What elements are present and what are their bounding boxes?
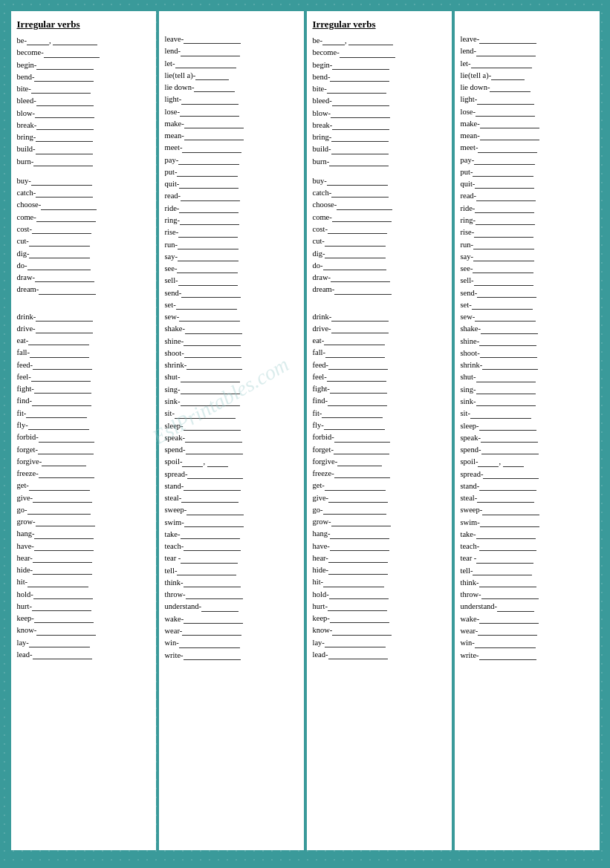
verb-item: keep-: [17, 613, 150, 624]
verb-item: know-: [17, 624, 150, 636]
verb-item: sit-: [461, 408, 594, 420]
verb-item: hear-: [313, 552, 446, 564]
verb-item: shoot-: [165, 347, 298, 359]
verb-item: find-: [313, 395, 446, 407]
verb-item: leave-: [165, 33, 298, 45]
verb-item: sweep-: [461, 504, 594, 516]
verb-item: hold-: [313, 589, 446, 601]
verb-item: keep-: [313, 613, 446, 624]
verb-item: ring-: [165, 215, 298, 226]
verb-item: sew-: [461, 311, 594, 323]
verb-item: hang-: [313, 528, 446, 540]
verb-item: fit-: [313, 408, 446, 420]
verb-item: meet-: [165, 142, 298, 154]
verb-item: cut-: [313, 235, 446, 247]
verb-item: shrink-: [461, 359, 594, 371]
verb-item: hold-: [17, 589, 150, 601]
verb-item: get-: [17, 480, 150, 492]
verb-item: stand-: [165, 480, 298, 492]
verb-item: sink-: [165, 396, 298, 408]
verb-item: stand-: [461, 480, 594, 492]
verb-item: bring-: [17, 131, 150, 143]
verb-item: light-: [165, 94, 298, 105]
verb-item: lose-: [461, 106, 594, 118]
verb-item: blow-: [313, 108, 446, 120]
verb-item: forget-: [17, 444, 150, 456]
verb-item: set-: [461, 299, 594, 311]
verb-item: forgive-: [17, 456, 150, 468]
verb-item: feel-: [17, 371, 150, 383]
verb-item: say-: [461, 251, 594, 263]
verb-item: break-: [17, 120, 150, 131]
verb-item: go-: [17, 504, 150, 516]
verb-item: become-: [313, 47, 446, 59]
verb-item: fight-: [17, 383, 150, 395]
verb-item: lose-: [165, 106, 298, 118]
verb-item: wear-: [461, 625, 594, 637]
verb-item: steal-: [165, 492, 298, 504]
verb-item: sleep-: [461, 420, 594, 432]
verb-item: drive-: [17, 323, 150, 335]
verb-item: choose-: [17, 199, 150, 211]
verb-item: hurt-: [313, 601, 446, 613]
verb-item: be-,: [313, 35, 446, 47]
column-col1: Irregular verbsbe-, become-begin-bend-bi…: [11, 11, 156, 850]
verb-item: get-: [313, 480, 446, 492]
verb-item: send-: [165, 287, 298, 299]
verb-item: run-: [165, 239, 298, 251]
verb-item: shine-: [165, 336, 298, 347]
verb-item: fall-: [17, 347, 150, 359]
verb-item: hit-: [313, 576, 446, 588]
verb-item: tell-: [165, 565, 298, 577]
verb-item: let-: [461, 58, 594, 70]
verb-item: teach-: [461, 541, 594, 552]
verb-item: bite-: [313, 83, 446, 95]
verb-item: tell-: [461, 565, 594, 577]
verb-item: bend-: [17, 71, 150, 83]
verb-item: shake-: [461, 323, 594, 335]
verb-item: eat-: [17, 335, 150, 347]
verb-item: read-: [461, 190, 594, 202]
verb-item: swim-: [165, 517, 298, 529]
verb-item: give-: [17, 492, 150, 504]
verb-item: fit-: [17, 408, 150, 420]
verb-item: have-: [17, 541, 150, 552]
verb-item: bring-: [313, 131, 446, 143]
verb-item: quit-: [461, 178, 594, 190]
verb-item: write-: [461, 650, 594, 662]
verb-item: teach-: [165, 541, 298, 552]
verb-item: grow-: [17, 516, 150, 528]
verb-item: fight-: [313, 383, 446, 395]
verb-item: forbid-: [17, 431, 150, 443]
verb-item: shrink-: [165, 359, 298, 371]
verb-item: buy-: [17, 175, 150, 187]
verb-item: burn-: [17, 156, 150, 168]
verb-item: fall-: [313, 347, 446, 359]
column-col3: Irregular verbsbe-, become-begin-bend-bi…: [307, 11, 452, 850]
verb-item: ride-: [165, 203, 298, 215]
verb-item: win-: [461, 637, 594, 649]
verb-item: sing-: [165, 384, 298, 396]
verb-item: be-,: [17, 35, 150, 47]
verb-item: steal-: [461, 492, 594, 504]
verb-item: grow-: [313, 516, 446, 528]
verb-item: speak-: [165, 432, 298, 444]
verb-item: put-: [461, 166, 594, 178]
verb-item: catch-: [313, 187, 446, 199]
verb-item: wear-: [165, 625, 298, 637]
verb-item: meet-: [461, 142, 594, 154]
verb-item: [17, 168, 150, 175]
verb-item: go-: [313, 504, 446, 516]
verb-item: sleep-: [165, 420, 298, 432]
verb-item: break-: [313, 120, 446, 131]
verb-item: drink-: [17, 311, 150, 323]
verb-item: hang-: [17, 528, 150, 540]
verb-item: hear-: [17, 552, 150, 564]
verb-item: forgive-: [313, 456, 446, 468]
verb-item: begin-: [313, 59, 446, 71]
verb-item: come-: [17, 212, 150, 223]
verb-item: send-: [461, 287, 594, 299]
verb-item: forget-: [313, 444, 446, 456]
verb-item: tear -: [165, 552, 298, 564]
verb-item: do-: [313, 260, 446, 272]
